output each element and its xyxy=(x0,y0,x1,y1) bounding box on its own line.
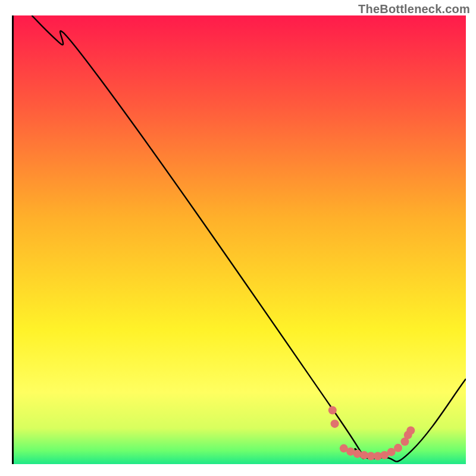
highlight-point xyxy=(331,419,339,428)
chart-svg xyxy=(14,15,466,464)
plot-area xyxy=(12,15,464,464)
gradient-background xyxy=(14,15,466,464)
highlight-point xyxy=(328,406,337,415)
chart-container: TheBottleneck.com xyxy=(0,0,476,476)
attribution-text: TheBottleneck.com xyxy=(358,2,470,16)
plot-inner xyxy=(14,15,464,462)
highlight-point xyxy=(394,444,402,452)
highlight-point xyxy=(406,426,415,434)
